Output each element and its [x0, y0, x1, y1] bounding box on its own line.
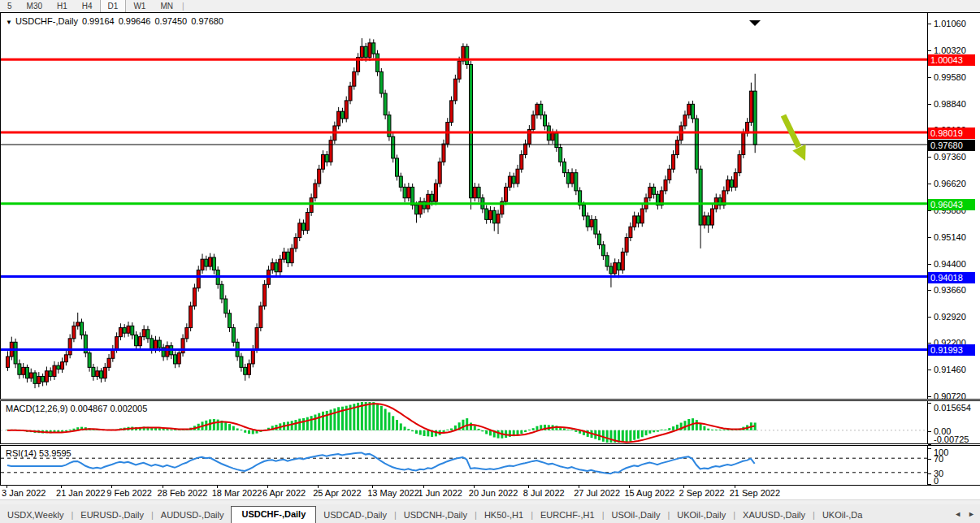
timeframe-button-5[interactable]: 5 — [0, 0, 20, 12]
date-label: 20 Jun 2022 — [469, 488, 518, 498]
date-label: 21 Jan 2022 — [56, 488, 106, 498]
macd-tick-mark — [928, 403, 931, 404]
mt4-window: 5M30H1H4D1W1MN| ▼USDCHF-,Daily0.991640.9… — [0, 0, 980, 523]
date-label: 8 Jul 2022 — [523, 488, 565, 498]
symbol-dropdown-icon[interactable]: ▼ — [6, 19, 12, 26]
macd-plot[interactable]: MACD(12,26,9) 0.004867 0.002005 — [0, 401, 928, 443]
timeframe-button-w1[interactable]: W1 — [126, 0, 153, 12]
symbol-tab-usdcnhdaily[interactable]: USDCNH-,Daily — [397, 508, 475, 523]
timeframe-button-m30[interactable]: M30 — [20, 0, 50, 12]
price-tick-label: 0.92920 — [934, 312, 966, 322]
price-tick-mark — [928, 317, 931, 318]
rsi-tick-mark — [928, 448, 931, 449]
price-tick-label: 0.93660 — [934, 285, 966, 296]
price-tick-label: 1.01060 — [934, 19, 966, 29]
timeframe-button-d1[interactable]: D1 — [100, 0, 127, 12]
timeframe-button-h4[interactable]: H4 — [75, 0, 100, 12]
down-arrow-annotation[interactable] — [781, 115, 806, 162]
symbol-tab-usdxweekly[interactable]: USDX,Weekly — [0, 508, 71, 523]
main-chart-plot[interactable]: ▼USDCHF-,Daily0.991640.996460.974500.976… — [0, 13, 928, 399]
rsi-tick-label: 70 — [934, 454, 943, 465]
toolbar-separator: | — [182, 2, 184, 11]
price-tick-mark — [928, 210, 931, 211]
tab-scroll-left-icon[interactable]: ◄ — [954, 510, 961, 518]
macd-tick-mark — [928, 431, 931, 432]
rsi-tick-mark — [928, 473, 931, 474]
chart-title: ▼USDCHF-,Daily0.991640.996460.974500.976… — [6, 16, 228, 26]
price-tick-mark — [928, 290, 931, 291]
price-tick-label: 0.91460 — [934, 365, 966, 375]
date-label: 25 Apr 2022 — [313, 488, 361, 498]
price-badge-0.96043: 0.96043 — [928, 199, 975, 210]
rsi-value: 53.9595 — [39, 448, 72, 458]
date-label: 18 Mar 2022 — [212, 488, 262, 498]
tab-scroll-right-icon[interactable]: ► — [968, 510, 975, 518]
symbol-tab-usoildaily[interactable]: USOil-,Daily — [605, 508, 668, 523]
date-label: 21 Sep 2022 — [730, 488, 780, 498]
symbol-tab-usdcaddaily[interactable]: USDCAD-,Daily — [316, 508, 394, 523]
price-tick-label: 0.99580 — [934, 72, 966, 83]
tab-scroll-controls: ◄► — [949, 504, 980, 523]
rsi-axis[interactable]: 10070300 — [928, 446, 980, 485]
symbol-tab-bar: USDX,Weekly|EURUSD-,Daily|AUDUSD-,DailyU… — [0, 504, 980, 523]
symbol-tab-ukoilda[interactable]: UKOil-,Da — [815, 508, 870, 523]
timeframe-button-mn[interactable]: MN — [153, 0, 180, 12]
rsi-label: RSI(14) 53.9595 — [6, 448, 72, 458]
symbol-tab-hk50h1[interactable]: HK50-,H1 — [477, 508, 531, 523]
rsi-panel: RSI(14) 53.9595 10070300 — [0, 445, 980, 486]
macd-tick-label: 0.015654 — [934, 403, 971, 413]
date-label: 6 Apr 2022 — [262, 488, 306, 498]
macd-label: MACD(12,26,9) 0.004867 0.002005 — [6, 404, 147, 413]
price-tick-mark — [928, 370, 931, 370]
rsi-plot[interactable]: RSI(14) 53.9595 — [0, 446, 928, 485]
price-tick-label: 0.95140 — [934, 232, 966, 243]
date-label: 13 May 2022 — [367, 488, 419, 498]
macd-tick-label: -0.00725 — [934, 434, 969, 445]
price-badge-0.94018: 0.94018 — [928, 272, 975, 283]
timeframe-toolbar: 5M30H1H4D1W1MN| — [0, 0, 980, 12]
date-label: 3 Jan 2022 — [2, 488, 46, 498]
date-label: 27 Jul 2022 — [574, 488, 620, 498]
rsi-tick-mark — [928, 484, 931, 485]
price-badge-0.98019: 0.98019 — [928, 128, 975, 139]
price-axis[interactable]: 1.010601.003200.995800.988400.981000.973… — [928, 13, 980, 399]
price-tick-mark — [928, 157, 931, 158]
timeframe-button-h1[interactable]: H1 — [50, 0, 75, 12]
price-tick-mark — [928, 24, 931, 24]
price-tick-mark — [928, 264, 931, 265]
rsi-tick-mark — [928, 459, 931, 460]
symbol-tab-eurusddaily[interactable]: EURUSD-,Daily — [73, 508, 151, 523]
date-label: 2 Sep 2022 — [679, 488, 724, 498]
chart-shift-marker-icon — [749, 20, 761, 26]
candlestick-chart[interactable] — [1, 13, 927, 399]
macd-axis[interactable]: 0.0156540.00-0.00725 — [928, 401, 980, 443]
symbol-tab-usdchfdaily[interactable]: USDCHF-,Daily — [231, 506, 316, 523]
price-tick-label: 0.94400 — [934, 259, 966, 270]
chart-title-symbol: USDCHF-,Daily — [15, 16, 78, 26]
rsi-chart[interactable] — [1, 446, 927, 485]
chart-title-low: 0.97450 — [154, 16, 187, 26]
price-badge-1.00043: 1.00043 — [928, 54, 975, 66]
chart-title-close: 0.97680 — [191, 16, 223, 26]
date-label: 1 Jun 2022 — [418, 488, 462, 498]
chart-title-high: 0.99646 — [119, 16, 151, 26]
price-tick-mark — [928, 237, 931, 238]
price-tick-mark — [928, 343, 931, 344]
price-tick-mark — [928, 184, 931, 184]
symbol-tab-xauusddaily[interactable]: XAUUSD-,Daily — [735, 508, 813, 523]
symbol-tab-audusddaily[interactable]: AUDUSD-,Daily — [154, 508, 232, 523]
date-label: 9 Feb 2022 — [106, 488, 152, 498]
date-label: 28 Feb 2022 — [158, 488, 208, 498]
price-tick-mark — [928, 50, 931, 51]
main-chart-panel: ▼USDCHF-,Daily0.991640.996460.974500.976… — [0, 12, 980, 400]
macd-panel: MACD(12,26,9) 0.004867 0.002005 0.015654… — [0, 400, 980, 444]
symbol-tab-ukoildaily[interactable]: UKOil-,Daily — [670, 508, 733, 523]
symbol-tab-eurchfh1[interactable]: EURCHF-,H1 — [533, 508, 602, 523]
price-tick-mark — [928, 396, 931, 397]
price-tick-label: 0.98840 — [934, 99, 966, 110]
price-tick-label: 0.96620 — [934, 179, 966, 189]
price-tick-mark — [928, 77, 931, 78]
price-badge-0.91993: 0.91993 — [928, 344, 975, 356]
time-axis[interactable]: 3 Jan 202221 Jan 20229 Feb 202228 Feb 20… — [0, 486, 980, 499]
date-label: 15 Aug 2022 — [624, 488, 674, 498]
